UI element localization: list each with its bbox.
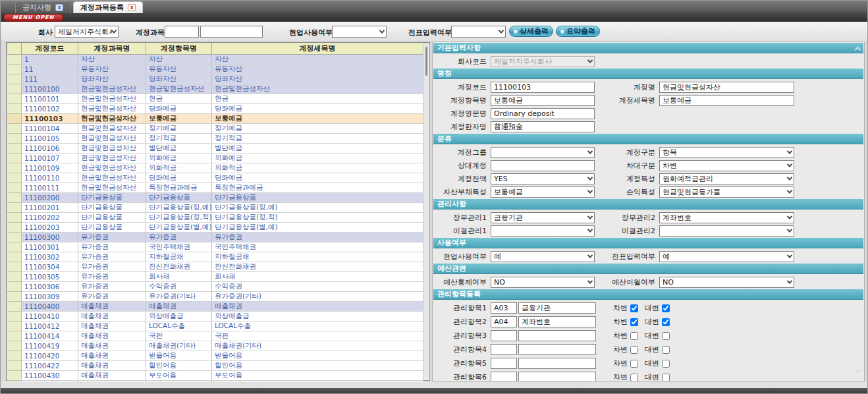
- item-name-cell[interactable]: 유동자산: [146, 64, 212, 74]
- row-selector[interactable]: [7, 281, 22, 291]
- detail-name-cell[interactable]: 국판: [212, 331, 423, 341]
- panel-scroll-down-icon[interactable]: [855, 368, 862, 373]
- table-row[interactable]: 11100110현금및현금성자산당좌예금당좌예금: [7, 173, 423, 183]
- subject-name-cell[interactable]: 현금및현금성자산: [78, 84, 146, 94]
- subject-name-cell[interactable]: 매출채권: [78, 321, 146, 331]
- menu-open-button[interactable]: MENU OPEN: [3, 14, 63, 22]
- detail-name-cell[interactable]: 국민주택채권: [212, 242, 423, 252]
- detail-name-cell[interactable]: 단기금융상품(별,예): [212, 222, 423, 232]
- detail-name-cell[interactable]: 유동자산: [212, 64, 423, 74]
- debit-checkbox[interactable]: [630, 360, 638, 368]
- row-selector[interactable]: [7, 301, 22, 311]
- subject-name-cell[interactable]: 매출채권: [78, 301, 146, 311]
- subject-name-cell[interactable]: 매출채권: [78, 341, 146, 351]
- item-name-cell[interactable]: 할인어음: [146, 360, 212, 370]
- table-row[interactable]: 11100107현금및현금성자산외화예금외화예금: [7, 153, 423, 163]
- row-selector[interactable]: [7, 271, 22, 281]
- table-row[interactable]: 11100414매출채권국판국판: [7, 331, 423, 341]
- detail-name-cell[interactable]: 수익증권: [212, 281, 423, 291]
- table-row[interactable]: 11100103현금및현금성자산보통예금보통예금: [7, 113, 423, 123]
- asset-trait-select[interactable]: 보통예금: [491, 186, 595, 198]
- subject-name-cell[interactable]: 단기금융상품: [78, 222, 146, 232]
- item-name-cell[interactable]: 국민주택채권: [146, 242, 212, 252]
- slip-panel-select[interactable]: 예: [659, 251, 794, 262]
- subject-name-cell[interactable]: 유가증권: [78, 291, 146, 301]
- detail-name-cell[interactable]: 회사채: [212, 271, 423, 281]
- detail-name-cell[interactable]: 외화예금: [212, 153, 423, 163]
- detail-name-cell[interactable]: 지하철공채: [212, 252, 423, 262]
- item-name-cell[interactable]: 자산: [146, 54, 212, 64]
- detail-name-cell[interactable]: 유가증권(기타): [212, 291, 423, 301]
- subject-name-cell[interactable]: 현금및현금성자산: [78, 94, 146, 103]
- subject-name-cell[interactable]: 현금및현금성자산: [78, 183, 146, 192]
- pl-trait-select[interactable]: 현금및현금등가물: [659, 186, 794, 198]
- row-selector[interactable]: [7, 331, 22, 341]
- ledger1-select[interactable]: 금융기관: [491, 212, 595, 223]
- subject-name-cell[interactable]: 현금및현금성자산: [78, 103, 146, 113]
- account-group-select[interactable]: [491, 147, 595, 158]
- detail-name-cell[interactable]: 부도어음: [212, 370, 423, 380]
- row-selector[interactable]: [7, 212, 22, 222]
- subject-name-cell[interactable]: 유가증권: [78, 271, 146, 281]
- account-code-cell[interactable]: 11100414: [22, 331, 78, 341]
- trait-select[interactable]: 원화예적금관리: [659, 173, 794, 184]
- summary-print-button[interactable]: 요약출력: [556, 26, 600, 37]
- item-name-cell[interactable]: 유가증권(기타): [146, 291, 212, 301]
- item-name-cell[interactable]: 현금: [146, 94, 212, 103]
- col-header-subject-name[interactable]: 계정과목명: [78, 43, 146, 54]
- subject-name-cell[interactable]: 현금및현금성자산: [78, 153, 146, 163]
- table-row[interactable]: 11100400매출채권매출채권매출채권: [7, 301, 423, 311]
- item-name-cell[interactable]: 외화적금: [146, 163, 212, 173]
- row-selector[interactable]: [7, 291, 22, 301]
- subject-name-cell[interactable]: 단기금융상품: [78, 202, 146, 212]
- account-code-cell[interactable]: 11100304: [22, 262, 78, 271]
- item-name-cell[interactable]: 부도어음: [146, 370, 212, 380]
- account-code-cell[interactable]: 11100419: [22, 341, 78, 351]
- table-row[interactable]: 11100100현금및현금성자산현금및현금성자산현금및현금성자산: [7, 84, 423, 94]
- subject-name-cell[interactable]: 매출채권: [78, 351, 146, 360]
- debit-checkbox[interactable]: [630, 304, 638, 312]
- panel-scroll-up-icon[interactable]: [855, 47, 862, 53]
- item-name-field[interactable]: [491, 95, 595, 106]
- budget-ctrl-select[interactable]: NO: [491, 277, 595, 288]
- subject-name-cell[interactable]: 현금및현금성자산: [78, 163, 146, 173]
- table-row[interactable]: 11100419매출채권매출채권(기타)매출채권(기타): [7, 341, 423, 351]
- mgmt-item-code-field[interactable]: [491, 358, 517, 369]
- detail-name-cell[interactable]: 전신전화채권: [212, 262, 423, 271]
- item-name-cell[interactable]: 별단예금: [146, 143, 212, 153]
- table-row[interactable]: 11100301유가증권국민주택채권국민주택채권: [7, 242, 423, 252]
- credit-checkbox[interactable]: [662, 346, 670, 354]
- row-selector[interactable]: [7, 321, 22, 331]
- row-selector[interactable]: [7, 242, 22, 252]
- row-selector[interactable]: [7, 163, 22, 173]
- account-code-cell[interactable]: 11100301: [22, 242, 78, 252]
- credit-checkbox[interactable]: [662, 374, 670, 381]
- table-row[interactable]: 11100102현금및현금성자산당좌예금당좌예금: [7, 103, 423, 113]
- detail-name-cell[interactable]: 현금: [212, 94, 423, 103]
- row-selector[interactable]: [7, 123, 22, 133]
- item-name-cell[interactable]: 보통예금: [146, 113, 212, 123]
- item-name-cell[interactable]: 외상매출금: [146, 311, 212, 321]
- table-row[interactable]: 11100101현금및현금성자산현금현금: [7, 94, 423, 103]
- item-name-cell[interactable]: 수익증권: [146, 281, 212, 291]
- mgmt-item-name-field[interactable]: [518, 316, 596, 327]
- item-name-cell[interactable]: 정기예금: [146, 123, 212, 133]
- detail-name-cell[interactable]: 정기예금: [212, 123, 423, 133]
- company-select[interactable]: 제일저지주식회사: [55, 26, 119, 38]
- account-code-cell[interactable]: 11100203: [22, 222, 78, 232]
- item-name-cell[interactable]: 단기금융상품(정,예): [146, 202, 212, 212]
- detail-name-cell[interactable]: 당좌예금: [212, 173, 423, 183]
- table-scrollbar-thumb[interactable]: [425, 47, 427, 76]
- hanja-name-field[interactable]: [491, 121, 595, 132]
- detail-name-cell[interactable]: 단기금융상품(정,예): [212, 202, 423, 212]
- close-icon[interactable]: x: [128, 4, 136, 11]
- debit-checkbox[interactable]: [630, 318, 638, 326]
- detail-name-cell[interactable]: 단기금융상품(정,적): [212, 212, 423, 222]
- detail-name-cell[interactable]: 할인어음: [212, 360, 423, 370]
- mgmt-item-code-field[interactable]: [491, 302, 517, 314]
- row-selector[interactable]: [7, 192, 22, 202]
- detail-name-cell[interactable]: 자산: [212, 54, 423, 64]
- account-code-cell[interactable]: 11100102: [22, 103, 78, 113]
- detail-name-cell[interactable]: 단기금융상품: [212, 192, 423, 202]
- row-selector[interactable]: [7, 84, 22, 94]
